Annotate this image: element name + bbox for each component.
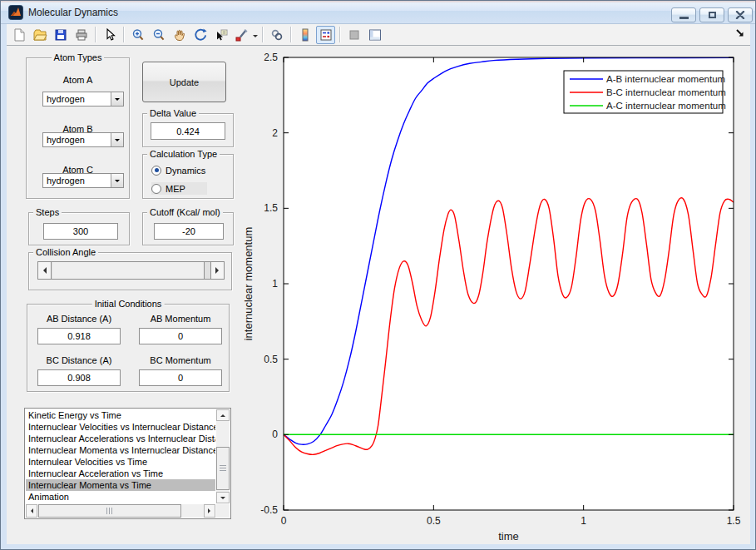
- bc-distance-field[interactable]: [37, 369, 121, 386]
- list-item[interactable]: Internuclear Velocities vs Internuclear …: [26, 421, 215, 433]
- bc-distance-label: BC Distance (A): [37, 355, 121, 365]
- zoom-out-button[interactable]: [149, 26, 168, 44]
- cutoff-field[interactable]: [154, 223, 224, 240]
- chevron-down-icon: [111, 133, 123, 146]
- panel-title: Steps: [33, 207, 62, 217]
- arrow-cursor-icon: [102, 27, 117, 42]
- ab-momentum-field[interactable]: [139, 328, 222, 344]
- horizontal-scrollbar[interactable]: [26, 504, 215, 518]
- svg-text:2.5: 2.5: [264, 52, 278, 63]
- list-item[interactable]: Internuclear Acceleration vs Time: [26, 468, 215, 479]
- toolbar-overflow-arrow[interactable]: [734, 27, 746, 42]
- slider-right-arrow[interactable]: [210, 262, 224, 279]
- zoom-out-icon: [151, 27, 166, 42]
- bc-momentum-label: BC Momentum: [139, 355, 222, 365]
- bc-momentum-field[interactable]: [139, 369, 222, 386]
- new-file-icon: [12, 27, 27, 42]
- print-button[interactable]: [72, 26, 91, 44]
- list-item[interactable]: Internulear Velocities vs Time: [26, 456, 215, 468]
- calculation-type-panel: Calculation Type Dynamics MEP: [142, 154, 234, 199]
- atom-a-value: hydrogen: [47, 94, 85, 104]
- new-file-button[interactable]: [9, 26, 28, 44]
- list-item[interactable]: Kinetic Energy vs Time: [26, 409, 215, 421]
- initial-conditions-panel: Initial Conditions AB Distance (A) AB Mo…: [27, 304, 230, 392]
- titlebar[interactable]: Molecular Dynamics: [1, 1, 755, 24]
- axes-plot: 00.511.5-0.500.511.522.5timeinternuclear…: [240, 47, 753, 548]
- save-button[interactable]: [51, 26, 70, 44]
- pan-hand-icon: [172, 27, 187, 42]
- cutoff-panel: Cutoff (Kcal/ mol): [142, 212, 234, 245]
- atom-b-select[interactable]: hydrogen: [42, 132, 124, 147]
- restore-button[interactable]: [699, 7, 724, 22]
- ab-distance-field[interactable]: [37, 328, 121, 344]
- brush-dropdown-caret[interactable]: [253, 35, 258, 40]
- insert-colorbar-button[interactable]: [295, 26, 314, 44]
- toolbar-separator: [95, 27, 96, 42]
- window-title: Molecular Dynamics: [28, 7, 118, 18]
- plot-type-listbox[interactable]: Kinetic Energy vs Time Internuclear Velo…: [24, 408, 231, 519]
- delta-value-field[interactable]: [151, 122, 225, 140]
- atom-c-select[interactable]: hydrogen: [42, 173, 124, 188]
- colorbar-icon: [298, 27, 313, 42]
- chevron-down-icon: [111, 92, 123, 106]
- panel-title: Cutoff (Kcal/ mol): [147, 207, 223, 217]
- svg-text:1.5: 1.5: [727, 515, 741, 527]
- radio-mep-label: MEP: [166, 184, 185, 194]
- scroll-down-button[interactable]: [216, 492, 230, 503]
- atom-a-select[interactable]: hydrogen: [42, 92, 124, 107]
- hide-plot-tools-button[interactable]: [344, 26, 363, 44]
- svg-text:0.5: 0.5: [264, 354, 278, 365]
- scroll-up-button[interactable]: [216, 409, 230, 421]
- vertical-scrollbar[interactable]: [216, 409, 230, 503]
- radio-dynamics[interactable]: Dynamics: [151, 164, 205, 176]
- close-icon: [735, 11, 745, 19]
- insert-legend-button[interactable]: [316, 26, 335, 44]
- brush-button[interactable]: [232, 26, 251, 44]
- show-plot-tools-button[interactable]: [365, 26, 384, 44]
- momentum-chart: 00.511.5-0.500.511.522.5timeinternuclear…: [240, 47, 753, 548]
- svg-text:B-C internuclear momentum: B-C internuclear momentum: [606, 87, 726, 97]
- zoom-in-button[interactable]: [128, 26, 147, 44]
- toolbar-separator: [262, 27, 263, 42]
- rotate-icon: [193, 27, 208, 42]
- list-item[interactable]: Animation: [26, 491, 215, 503]
- toolbar-separator: [123, 27, 124, 42]
- open-folder-icon: [32, 27, 47, 42]
- svg-text:0: 0: [281, 515, 287, 527]
- update-button[interactable]: Update: [142, 62, 226, 102]
- collision-angle-panel: Collision Angle: [28, 252, 232, 290]
- data-cursor-button[interactable]: [211, 26, 230, 44]
- delta-value-panel: Delta Value: [142, 113, 234, 147]
- steps-field[interactable]: [43, 223, 118, 240]
- radio-dynamics-label: Dynamics: [166, 166, 205, 176]
- minimize-button[interactable]: [671, 7, 696, 22]
- list-item[interactable]: Internuclear Accelerations vs Internucle…: [26, 433, 215, 444]
- panel-title: Collision Angle: [33, 247, 98, 257]
- horizontal-scroll-thumb[interactable]: [38, 504, 181, 518]
- plot-list-items: Kinetic Energy vs Time Internuclear Velo…: [26, 409, 215, 503]
- scroll-right-button[interactable]: [204, 504, 215, 518]
- open-file-button[interactable]: [30, 26, 49, 44]
- list-item[interactable]: Internuclear Momenta vs Internuclear Dis…: [26, 444, 215, 456]
- svg-text:-0.5: -0.5: [260, 504, 278, 516]
- slider-left-arrow[interactable]: [38, 262, 52, 279]
- vertical-scroll-thumb[interactable]: [216, 447, 230, 490]
- panel-title: Calculation Type: [147, 149, 220, 159]
- pan-button[interactable]: [170, 26, 189, 44]
- scrollbar-corner: [216, 504, 230, 518]
- svg-text:0.5: 0.5: [427, 515, 441, 527]
- close-button[interactable]: [728, 7, 753, 22]
- collision-angle-slider[interactable]: [37, 261, 225, 280]
- scroll-left-button[interactable]: [26, 504, 37, 518]
- radio-mep[interactable]: MEP: [151, 182, 207, 195]
- edit-plot-button[interactable]: [100, 26, 119, 44]
- svg-text:time: time: [498, 530, 519, 543]
- figure-window: Molecular Dynamics Atom Typ: [0, 0, 756, 550]
- slider-thumb[interactable]: [52, 262, 205, 279]
- link-icon: [269, 27, 284, 42]
- steps-panel: Steps: [28, 212, 130, 245]
- list-item[interactable]: Internuclear Momenta vs Time: [26, 479, 215, 491]
- link-plot-button[interactable]: [267, 26, 286, 44]
- rotate-3d-button[interactable]: [190, 26, 210, 44]
- chevron-down-icon: [111, 174, 123, 187]
